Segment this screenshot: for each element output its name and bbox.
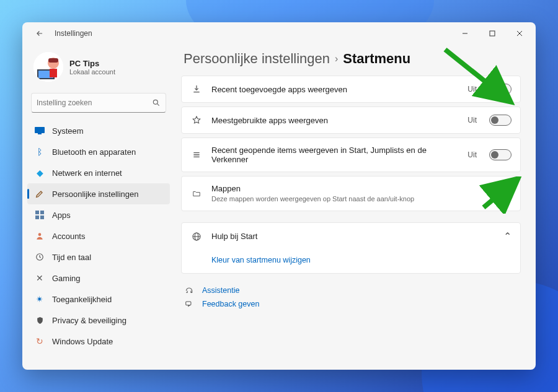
maximize-button[interactable]: [479, 24, 506, 43]
avatar-image: [33, 52, 63, 82]
minimize-icon: [462, 30, 468, 37]
feedback-label: Feedback geven: [202, 300, 259, 308]
brush-icon: [35, 189, 45, 199]
minimize-button[interactable]: [451, 24, 479, 43]
row-title: Mappen: [211, 184, 500, 193]
profile[interactable]: PC Tips Lokaal account: [27, 47, 170, 90]
main-area: PC Tips Lokaal account Systeem ᛒBluetoot…: [22, 45, 536, 370]
bluetooth-icon: ᛒ: [35, 147, 45, 157]
svg-rect-15: [40, 211, 44, 214]
download-icon: [190, 84, 203, 94]
nav-label: Gaming: [52, 274, 81, 283]
assist-label: Assistentie: [202, 286, 239, 295]
row-recent-added: Recent toegevoegde apps weergeven Uit: [181, 76, 521, 103]
search-input[interactable]: [37, 98, 152, 107]
row-most-used: Meestgebruikte apps weergeven Uit: [181, 107, 521, 134]
close-icon: [516, 30, 523, 37]
chevron-right-icon: ›: [508, 188, 512, 199]
window-controls: [451, 24, 533, 43]
nav-tijd[interactable]: Tijd en taal: [27, 246, 170, 268]
wifi-icon: ◆: [35, 168, 45, 178]
help-head[interactable]: Hulp bij Start ⌃: [182, 223, 520, 250]
nav-update[interactable]: ↻Windows Update: [27, 331, 170, 352]
profile-sub: Lokaal account: [69, 68, 115, 76]
close-button[interactable]: [506, 24, 533, 43]
nav-label: Tijd en taal: [52, 253, 91, 262]
svg-rect-8: [48, 58, 58, 63]
toggle-most-used[interactable]: [489, 115, 512, 126]
list-icon: [190, 150, 203, 160]
breadcrumb-current: Startmenu: [343, 51, 410, 67]
avatar: [33, 52, 63, 82]
svg-line-11: [157, 103, 159, 105]
feedback-link[interactable]: Feedback geven: [184, 297, 521, 311]
search-box[interactable]: [31, 93, 166, 113]
toggle-recent-items[interactable]: [489, 149, 512, 160]
nav-label: Privacy & beveiliging: [52, 316, 126, 325]
nav-label: Toegankelijkheid: [52, 295, 112, 304]
sidebar: PC Tips Lokaal account Systeem ᛒBluetoot…: [22, 45, 175, 370]
person-icon: [35, 231, 45, 241]
svg-rect-13: [38, 133, 42, 134]
nav-accounts[interactable]: Accounts: [27, 225, 170, 246]
toggle-state: Uit: [467, 116, 477, 124]
profile-name: PC Tips: [69, 59, 115, 68]
arrow-left-icon: [35, 29, 44, 38]
svg-point-10: [153, 100, 157, 104]
row-folders[interactable]: Mappen Deze mappen worden weergegeven op…: [181, 176, 521, 211]
content: Persoonlijke instellingen › Startmenu Re…: [175, 45, 536, 370]
nav-label: Netwerk en internet: [52, 168, 122, 178]
svg-rect-12: [35, 127, 45, 133]
svg-rect-1: [490, 31, 495, 36]
back-button[interactable]: [31, 25, 48, 42]
nav-apps[interactable]: Apps: [27, 204, 170, 225]
svg-point-18: [38, 233, 42, 236]
svg-rect-9: [50, 69, 57, 77]
toggle-state: Uit: [467, 85, 477, 94]
help-link[interactable]: Kleur van startmenu wijzigen: [182, 250, 520, 273]
nav: Systeem ᛒBluetooth en apparaten ◆Netwerk…: [27, 120, 170, 352]
search-icon: [152, 98, 161, 107]
toggle-state: Uit: [467, 150, 477, 159]
feedback-icon: [184, 300, 195, 308]
nav-label: Accounts: [52, 232, 85, 241]
svg-rect-14: [35, 211, 39, 214]
toggle-recent-added[interactable]: [489, 84, 512, 95]
chevron-up-icon: ⌃: [503, 230, 512, 242]
nav-toegang[interactable]: ✴Toegankelijkheid: [27, 289, 170, 310]
nav-privacy[interactable]: Privacy & beveiliging: [27, 310, 170, 331]
row-title: Recent toegevoegde apps weergeven: [211, 85, 459, 94]
update-icon: ↻: [35, 336, 45, 346]
svg-rect-16: [35, 216, 39, 219]
nav-label: Apps: [52, 211, 71, 220]
breadcrumb-parent[interactable]: Persoonlijke instellingen: [184, 51, 330, 67]
folder-icon: [190, 189, 203, 198]
nav-netwerk[interactable]: ◆Netwerk en internet: [27, 162, 170, 183]
xbox-icon: ✕: [35, 273, 45, 283]
window-title: Instellingen: [55, 29, 92, 38]
chevron-right-icon: ›: [335, 53, 338, 64]
titlebar: Instellingen: [22, 22, 536, 45]
shield-icon: [35, 315, 45, 325]
grid-icon: [35, 210, 45, 220]
nav-gaming[interactable]: ✕Gaming: [27, 268, 170, 289]
help-title: Hulp bij Start: [211, 232, 495, 241]
headset-icon: [184, 286, 195, 295]
breadcrumb: Persoonlijke instellingen › Startmenu: [184, 51, 521, 67]
svg-rect-26: [186, 302, 191, 305]
nav-label: Systeem: [52, 126, 84, 136]
maximize-icon: [489, 30, 495, 37]
nav-label: Persoonlijke instellingen: [52, 189, 138, 199]
nav-bluetooth[interactable]: ᛒBluetooth en apparaten: [27, 141, 170, 162]
nav-label: Bluetooth en apparaten: [52, 147, 136, 157]
assist-link[interactable]: Assistentie: [184, 284, 521, 297]
monitor-icon: [35, 126, 45, 136]
footer-links: Assistentie Feedback geven: [181, 284, 521, 311]
clock-icon: [35, 252, 45, 262]
help-card: Hulp bij Start ⌃ Kleur van startmenu wij…: [181, 222, 521, 274]
accessibility-icon: ✴: [35, 294, 45, 304]
settings-window: Instellingen: [22, 22, 536, 370]
row-title: Meestgebruikte apps weergeven: [211, 116, 459, 125]
nav-persoon[interactable]: Persoonlijke instellingen: [27, 183, 170, 204]
nav-systeem[interactable]: Systeem: [27, 120, 170, 141]
